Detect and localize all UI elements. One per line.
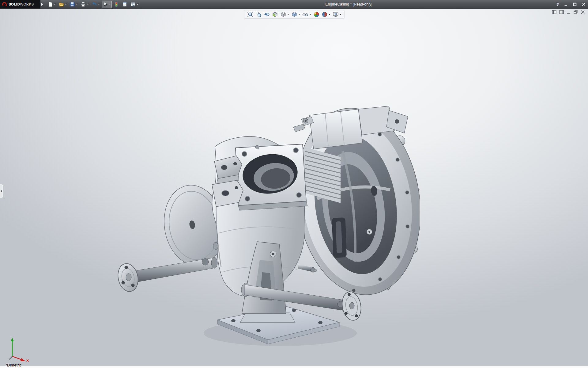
maximize-button[interactable] [573, 2, 577, 6]
save-dropdown-arrow[interactable] [76, 4, 78, 5]
reference-triad: X [7, 337, 34, 363]
zoom-to-area-icon [255, 11, 262, 17]
hide-show-glasses-icon [302, 11, 308, 17]
zoom-to-fit-icon [247, 11, 253, 17]
pivot-pin [298, 264, 317, 272]
solidworks-logo[interactable]: SOLIDWORKS [0, 0, 40, 9]
edit-appearance-ball-icon [313, 11, 319, 17]
menu-expand-arrow[interactable] [41, 3, 43, 6]
view-orientation-button[interactable] [280, 11, 289, 18]
x-axis-label: X [26, 358, 29, 363]
new-document-icon [47, 2, 53, 7]
brand-text: SOLIDWORKS [9, 2, 34, 6]
open-document-icon [58, 2, 64, 7]
intake-flange [236, 144, 307, 210]
select-dropdown-arrow[interactable] [109, 4, 111, 5]
print-button[interactable] [80, 1, 90, 8]
view-orientation-dropdown-arrow[interactable] [287, 14, 289, 15]
options-sheet-icon [130, 2, 136, 7]
chevron-left-icon [1, 190, 2, 192]
undo-button[interactable] [91, 1, 101, 8]
window-controls: ? [556, 0, 586, 9]
hide-show-items-button[interactable] [302, 11, 311, 18]
rebuild-button[interactable] [113, 1, 120, 8]
document-window-controls [552, 10, 585, 14]
z-axis [9, 356, 12, 359]
brand-bold: SOLID [9, 2, 20, 6]
previous-view-button[interactable] [263, 11, 270, 18]
document-minimize-button[interactable] [567, 10, 571, 14]
titlebar: SOLIDWORKS [0, 0, 588, 9]
apply-scene-button[interactable] [321, 11, 331, 18]
status-bar [0, 366, 588, 368]
display-style-button[interactable] [291, 11, 300, 18]
options-dropdown-arrow[interactable] [137, 4, 138, 5]
quick-access-toolbar [47, 0, 139, 9]
new-document-button[interactable] [47, 1, 57, 8]
document-restore-button[interactable] [574, 10, 578, 14]
print-icon [81, 2, 86, 7]
section-view-button[interactable] [272, 11, 278, 18]
minimize-button[interactable] [564, 2, 568, 6]
zoom-to-fit-button[interactable] [247, 11, 254, 18]
close-button[interactable] [582, 2, 586, 6]
view-orientation-label: *Dimetric [6, 363, 22, 367]
view-orientation-cube-icon [280, 11, 286, 17]
open-document-dropdown-arrow[interactable] [65, 4, 67, 5]
hide-show-dropdown-arrow[interactable] [309, 14, 311, 15]
open-document-button[interactable] [58, 1, 68, 8]
undo-icon [92, 2, 97, 7]
section-view-icon [272, 11, 278, 17]
document-title: EngineCasing * [Read-only] [325, 2, 372, 6]
split-pane-left-icon[interactable] [552, 10, 556, 14]
save-button[interactable] [69, 1, 79, 8]
previous-view-icon [264, 11, 270, 17]
left-support-rod [115, 257, 217, 293]
apply-scene-dropdown-arrow[interactable] [329, 14, 330, 15]
print-dropdown-arrow[interactable] [87, 4, 89, 5]
solidworks-logo-mark [2, 2, 7, 7]
file-properties-button[interactable] [121, 1, 128, 8]
save-icon [70, 2, 75, 7]
display-style-cube-icon [291, 11, 297, 17]
featuremanager-collapsed-tab[interactable] [0, 184, 3, 198]
rebuild-stoplight-icon [114, 2, 119, 7]
solidworks-window: { "app": { "brand_bold": "SOLID", "brand… [0, 0, 588, 368]
view-settings-dropdown-arrow[interactable] [340, 14, 341, 15]
brand-light: WORKS [20, 2, 34, 6]
zoom-to-area-button[interactable] [255, 11, 262, 18]
headsup-view-toolbar [244, 10, 345, 19]
document-close-button[interactable] [581, 10, 585, 14]
engine-casing-model[interactable] [113, 101, 420, 353]
display-style-dropdown-arrow[interactable] [298, 14, 300, 15]
select-cursor-icon [103, 2, 108, 7]
undo-dropdown-arrow[interactable] [98, 4, 100, 5]
options-button[interactable] [129, 1, 139, 8]
new-document-dropdown-arrow[interactable] [54, 4, 56, 5]
edit-appearance-button[interactable] [313, 11, 320, 18]
file-properties-icon [122, 2, 127, 7]
view-settings-button[interactable] [332, 11, 342, 18]
view-settings-icon [333, 11, 339, 17]
split-pane-right-icon[interactable] [559, 10, 564, 14]
select-button[interactable] [102, 1, 112, 8]
apply-scene-icon [322, 11, 328, 17]
help-button[interactable]: ? [556, 2, 559, 7]
